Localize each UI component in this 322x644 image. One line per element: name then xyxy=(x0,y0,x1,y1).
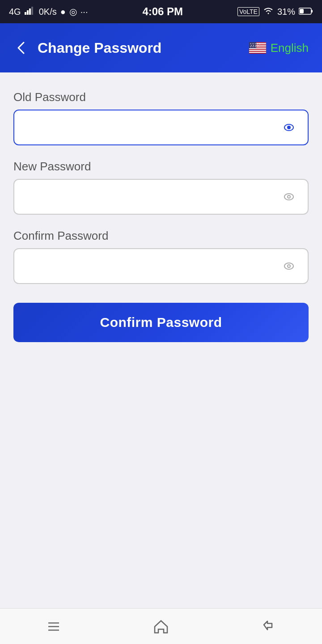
new-password-input[interactable] xyxy=(13,179,309,215)
svg-rect-1 xyxy=(27,10,29,15)
new-password-label: New Password xyxy=(13,160,309,174)
svg-rect-12 xyxy=(249,48,266,49)
battery-percent: 31% xyxy=(277,7,295,17)
nav-back-button[interactable] xyxy=(247,614,290,639)
svg-point-23 xyxy=(284,263,293,269)
svg-point-22 xyxy=(288,195,290,198)
svg-rect-7 xyxy=(300,9,304,13)
old-password-wrapper xyxy=(13,110,309,145)
more-icon: ··· xyxy=(80,7,88,17)
battery-icon xyxy=(299,7,313,17)
message-icon: ● xyxy=(60,7,66,17)
status-right: VoLTE 31% xyxy=(237,7,313,17)
confirm-password-wrapper xyxy=(13,248,309,284)
bottom-nav xyxy=(0,608,322,644)
old-password-input[interactable] xyxy=(13,110,309,145)
svg-point-24 xyxy=(288,265,290,267)
status-bar: 4G 0K/s ● ◎ ··· 4:06 PM VoLTE 31% xyxy=(0,0,322,23)
svg-text:★ ★ ★ ★ ★: ★ ★ ★ ★ ★ xyxy=(250,46,261,48)
confirm-password-input[interactable] xyxy=(13,248,309,284)
volte-icon: VoLTE xyxy=(237,7,259,16)
old-password-toggle[interactable] xyxy=(277,116,301,139)
svg-point-21 xyxy=(284,194,293,200)
confirm-password-toggle[interactable] xyxy=(277,254,301,278)
svg-point-4 xyxy=(267,13,269,14)
whatsapp-icon: ◎ xyxy=(69,6,77,17)
status-left: 4G 0K/s ● ◎ ··· xyxy=(9,6,88,17)
new-password-group: New Password xyxy=(13,160,309,215)
network-info: 4G xyxy=(9,7,21,17)
back-button[interactable] xyxy=(13,40,30,56)
svg-rect-0 xyxy=(25,12,26,15)
signal-bars xyxy=(25,7,35,17)
confirm-password-label: Confirm Password xyxy=(13,229,309,243)
new-password-toggle[interactable] xyxy=(277,185,301,208)
svg-point-20 xyxy=(288,126,290,129)
svg-rect-14 xyxy=(249,52,266,53)
confirm-password-group: Confirm Password xyxy=(13,229,309,284)
svg-rect-3 xyxy=(31,7,33,15)
old-password-group: Old Password xyxy=(13,90,309,145)
header-left: Change Password xyxy=(13,40,161,56)
old-password-label: Old Password xyxy=(13,90,309,104)
svg-rect-13 xyxy=(249,50,266,51)
nav-home-button[interactable] xyxy=(140,614,182,639)
main-content: Old Password New Password Conf xyxy=(0,72,322,608)
clock: 4:06 PM xyxy=(142,5,183,18)
speed-indicator: 0K/s xyxy=(39,7,57,17)
new-password-wrapper xyxy=(13,179,309,215)
us-flag-icon: ★ ★ ★ ★ ★ ★ ★ ★ ★ ★ ★ ★ ★ ★ xyxy=(249,42,266,54)
language-label: English xyxy=(271,41,309,55)
svg-rect-2 xyxy=(29,8,31,15)
page-title: Change Password xyxy=(38,40,161,56)
confirm-password-button[interactable]: Confirm Password xyxy=(13,303,309,342)
language-selector[interactable]: ★ ★ ★ ★ ★ ★ ★ ★ ★ ★ ★ ★ ★ ★ English xyxy=(249,41,309,55)
app-header: Change Password ★ ★ ★ ★ ★ ★ ★ ★ ★ ★ ★ ★ … xyxy=(0,23,322,72)
svg-rect-6 xyxy=(311,10,313,13)
nav-menu-button[interactable] xyxy=(32,614,75,639)
wifi-icon xyxy=(263,7,274,17)
